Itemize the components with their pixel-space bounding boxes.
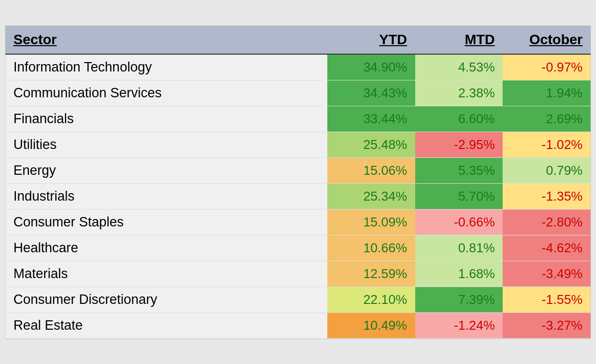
ytd-cell: 34.43% xyxy=(327,80,415,106)
mtd-cell: 2.38% xyxy=(415,80,503,106)
table-header-row: Sector YTD MTD October xyxy=(5,26,591,54)
mtd-cell: 5.70% xyxy=(415,183,503,209)
october-cell: -1.35% xyxy=(503,183,591,209)
ytd-cell: 10.49% xyxy=(327,312,415,338)
ytd-cell: 25.48% xyxy=(327,132,415,157)
ytd-column-header: YTD xyxy=(327,26,415,54)
sector-column-header: Sector xyxy=(5,26,327,54)
table-row: Consumer Staples15.09%-0.66%-2.80% xyxy=(5,209,591,235)
sector-cell: Consumer Discretionary xyxy=(5,287,327,312)
sector-cell: Consumer Staples xyxy=(5,209,327,235)
ytd-cell: 34.90% xyxy=(327,54,415,80)
ytd-cell: 25.34% xyxy=(327,183,415,209)
table-row: Materials12.59%1.68%-3.49% xyxy=(5,261,591,287)
table-row: Communication Services34.43%2.38%1.94% xyxy=(5,80,591,106)
october-cell: -1.55% xyxy=(503,287,591,312)
october-cell: 1.94% xyxy=(503,80,591,106)
sector-cell: Materials xyxy=(5,261,327,287)
table-row: Financials33.44%6.60%2.69% xyxy=(5,106,591,132)
ytd-cell: 33.44% xyxy=(327,106,415,132)
table-row: Energy15.06%5.35%0.79% xyxy=(5,157,591,183)
sector-cell: Financials xyxy=(5,106,327,132)
october-cell: -1.02% xyxy=(503,132,591,157)
ytd-cell: 15.06% xyxy=(327,157,415,183)
table-row: Healthcare10.66%0.81%-4.62% xyxy=(5,235,591,261)
mtd-cell: 4.53% xyxy=(415,54,503,80)
sector-performance-table: Sector YTD MTD October Information Techn… xyxy=(5,25,591,339)
table-row: Consumer Discretionary22.10%7.39%-1.55% xyxy=(5,287,591,312)
october-cell: -2.80% xyxy=(503,209,591,235)
sector-cell: Healthcare xyxy=(5,235,327,261)
mtd-cell: 5.35% xyxy=(415,157,503,183)
mtd-cell: 1.68% xyxy=(415,261,503,287)
october-cell: 0.79% xyxy=(503,157,591,183)
october-column-header: October xyxy=(503,26,591,54)
mtd-cell: -0.66% xyxy=(415,209,503,235)
mtd-cell: -1.24% xyxy=(415,312,503,338)
mtd-cell: 6.60% xyxy=(415,106,503,132)
october-cell: -3.27% xyxy=(503,312,591,338)
table-row: Information Technology34.90%4.53%-0.97% xyxy=(5,54,591,80)
sector-cell: Information Technology xyxy=(5,54,327,80)
table-row: Real Estate10.49%-1.24%-3.27% xyxy=(5,312,591,338)
mtd-cell: 0.81% xyxy=(415,235,503,261)
october-cell: -3.49% xyxy=(503,261,591,287)
sector-cell: Utilities xyxy=(5,132,327,157)
october-cell: -4.62% xyxy=(503,235,591,261)
table-row: Industrials25.34%5.70%-1.35% xyxy=(5,183,591,209)
mtd-cell: -2.95% xyxy=(415,132,503,157)
ytd-cell: 12.59% xyxy=(327,261,415,287)
october-cell: -0.97% xyxy=(503,54,591,80)
october-cell: 2.69% xyxy=(503,106,591,132)
mtd-column-header: MTD xyxy=(415,26,503,54)
mtd-cell: 7.39% xyxy=(415,287,503,312)
ytd-cell: 10.66% xyxy=(327,235,415,261)
sector-cell: Real Estate xyxy=(5,312,327,338)
table-row: Utilities25.48%-2.95%-1.02% xyxy=(5,132,591,157)
ytd-cell: 22.10% xyxy=(327,287,415,312)
ytd-cell: 15.09% xyxy=(327,209,415,235)
sector-cell: Industrials xyxy=(5,183,327,209)
sector-cell: Communication Services xyxy=(5,80,327,106)
sector-cell: Energy xyxy=(5,157,327,183)
